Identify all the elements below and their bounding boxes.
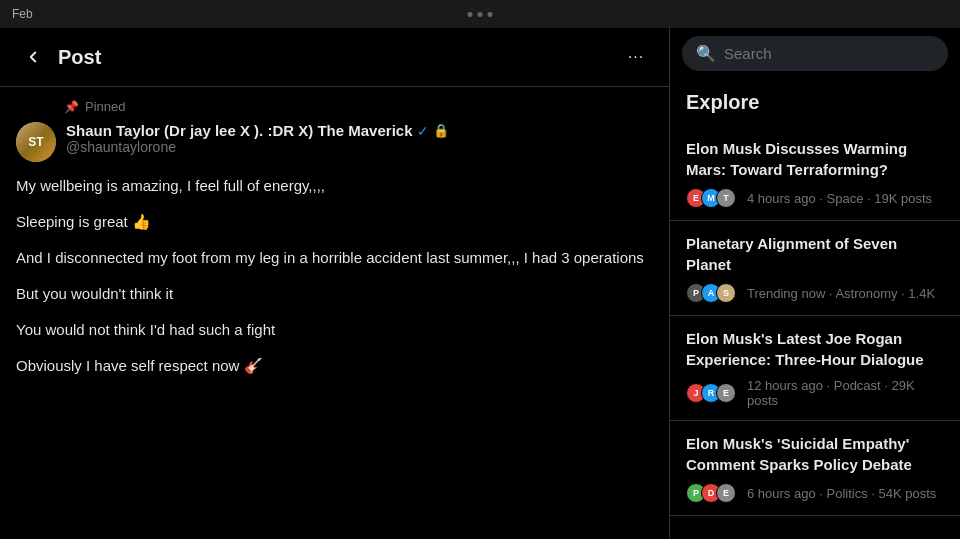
search-icon: 🔍 bbox=[696, 44, 716, 63]
center-panel: Post ··· 📌 Pinned ST Shaun Taylor (Dr ja… bbox=[0, 28, 670, 539]
post-title: Post bbox=[58, 46, 101, 69]
trend-headline-0: Elon Musk Discusses Warming Mars: Toward… bbox=[686, 138, 944, 180]
top-bar-date: Feb bbox=[12, 7, 33, 21]
trend-avatar-2-2: E bbox=[716, 383, 736, 403]
trend-avatar-3-2: E bbox=[716, 483, 736, 503]
pinned-badge: 📌 Pinned bbox=[64, 99, 653, 114]
tweet-paragraph-4: But you wouldn't think it bbox=[16, 282, 653, 306]
tweet-paragraph-3: And I disconnected my foot from my leg i… bbox=[16, 246, 653, 270]
top-bar-dot-1 bbox=[468, 12, 473, 17]
search-bar[interactable]: 🔍 Search bbox=[682, 36, 948, 71]
trend-meta-text-0: 4 hours ago · Space · 19K posts bbox=[747, 191, 932, 206]
trend-item-0[interactable]: Elon Musk Discusses Warming Mars: Toward… bbox=[670, 126, 960, 221]
trend-avatars-2: JRE bbox=[686, 383, 731, 403]
trend-meta-text-1: Trending now · Astronomy · 1.4K bbox=[747, 286, 935, 301]
trend-avatars-3: PDE bbox=[686, 483, 731, 503]
trends-container: Elon Musk Discusses Warming Mars: Toward… bbox=[670, 126, 960, 516]
trend-avatars-1: PAS bbox=[686, 283, 731, 303]
trend-meta-text-3: 6 hours ago · Politics · 54K posts bbox=[747, 486, 936, 501]
top-bar-dot-3 bbox=[488, 12, 493, 17]
trend-meta-row-0: EMT 4 hours ago · Space · 19K posts bbox=[686, 188, 944, 208]
right-panel: 🔍 Search Explore Elon Musk Discusses War… bbox=[670, 28, 960, 539]
avatar-image: ST bbox=[16, 122, 56, 162]
post-header-left: Post bbox=[16, 40, 101, 74]
top-bar: Feb bbox=[0, 0, 960, 28]
author-info: Shaun Taylor (Dr jay lee X ). :DR X) The… bbox=[66, 122, 653, 155]
main-layout: Post ··· 📌 Pinned ST Shaun Taylor (Dr ja… bbox=[0, 28, 960, 539]
trend-item-1[interactable]: Planetary Alignment of Seven Planet PAS … bbox=[670, 221, 960, 316]
trend-headline-1: Planetary Alignment of Seven Planet bbox=[686, 233, 944, 275]
author-row: ST Shaun Taylor (Dr jay lee X ). :DR X) … bbox=[16, 122, 653, 162]
lock-icon: 🔒 bbox=[433, 123, 449, 138]
post-header: Post ··· bbox=[0, 28, 669, 87]
search-bar-container: 🔍 Search bbox=[670, 28, 960, 79]
trend-meta-row-1: PAS Trending now · Astronomy · 1.4K bbox=[686, 283, 944, 303]
trend-avatar-1-2: S bbox=[716, 283, 736, 303]
verified-icon: ✓ bbox=[417, 123, 429, 139]
tweet-paragraph-6: Obviously I have self respect now 🎸 bbox=[16, 354, 653, 378]
tweet-paragraph-5: You would not think I'd had such a fight bbox=[16, 318, 653, 342]
author-handle[interactable]: @shauntaylorone bbox=[66, 139, 653, 155]
pin-icon: 📌 bbox=[64, 100, 79, 114]
more-options-button[interactable]: ··· bbox=[619, 40, 653, 74]
tweet-text: My wellbeing is amazing, I feel full of … bbox=[16, 174, 653, 378]
trend-meta-row-3: PDE 6 hours ago · Politics · 54K posts bbox=[686, 483, 944, 503]
trend-avatars-0: EMT bbox=[686, 188, 731, 208]
trend-item-3[interactable]: Elon Musk's 'Suicidal Empathy' Comment S… bbox=[670, 421, 960, 516]
top-bar-dots bbox=[468, 12, 493, 17]
tweet-paragraph-2: Sleeping is great 👍 bbox=[16, 210, 653, 234]
trend-item-2[interactable]: Elon Musk's Latest Joe Rogan Experience:… bbox=[670, 316, 960, 421]
trend-meta-text-2: 12 hours ago · Podcast · 29K posts bbox=[747, 378, 944, 408]
avatar[interactable]: ST bbox=[16, 122, 56, 162]
pinned-label: Pinned bbox=[85, 99, 125, 114]
trend-avatar-0-2: T bbox=[716, 188, 736, 208]
top-bar-dot-2 bbox=[478, 12, 483, 17]
author-name-row: Shaun Taylor (Dr jay lee X ). :DR X) The… bbox=[66, 122, 653, 139]
search-placeholder: Search bbox=[724, 45, 772, 62]
explore-title: Explore bbox=[670, 83, 960, 126]
trend-headline-3: Elon Musk's 'Suicidal Empathy' Comment S… bbox=[686, 433, 944, 475]
explore-section: Explore Elon Musk Discusses Warming Mars… bbox=[670, 79, 960, 539]
trend-meta-row-2: JRE 12 hours ago · Podcast · 29K posts bbox=[686, 378, 944, 408]
post-content: 📌 Pinned ST Shaun Taylor (Dr jay lee X )… bbox=[0, 87, 669, 539]
tweet-paragraph-1: My wellbeing is amazing, I feel full of … bbox=[16, 174, 653, 198]
trend-headline-2: Elon Musk's Latest Joe Rogan Experience:… bbox=[686, 328, 944, 370]
back-button[interactable] bbox=[16, 40, 50, 74]
author-name[interactable]: Shaun Taylor (Dr jay lee X ). :DR X) The… bbox=[66, 122, 413, 139]
